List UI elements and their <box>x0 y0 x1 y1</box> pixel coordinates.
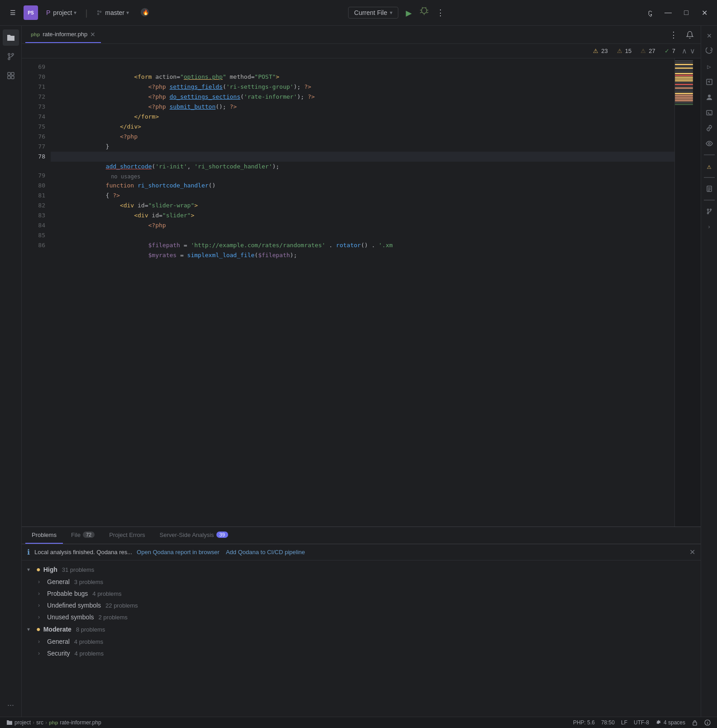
tree-row-unused[interactable]: › Unused symbols 2 problems <box>22 611 701 623</box>
lock-icon <box>692 719 698 726</box>
tab-bar: php rate-informer.php ✕ ⋮ <box>22 26 701 44</box>
run-button[interactable]: ▶ <box>406 7 411 19</box>
qodana-report-link[interactable]: Open Qodana report in browser <box>137 549 220 556</box>
problems-tree: ▾ ● High 31 problems › General 3 problem… <box>22 560 701 717</box>
sidebar-item-vcs[interactable] <box>3 48 19 65</box>
svg-rect-8 <box>8 76 10 79</box>
warning-icon-1: ⚠ <box>593 48 598 54</box>
tree-row-moderate[interactable]: ▾ ● Moderate 8 problems <box>22 623 701 636</box>
tab-actions: ⋮ <box>666 28 697 42</box>
panel-content: ℹ Local analysis finished. Qodana res...… <box>22 544 701 717</box>
sidebar-item-files[interactable] <box>3 29 19 46</box>
rs-doc-icon[interactable] <box>703 182 716 195</box>
tab-server-analysis[interactable]: Server-Side Analysis 39 <box>153 527 234 544</box>
status-indent[interactable]: 4 spaces <box>653 719 688 726</box>
warning-icon-2: ⚠ <box>617 48 622 54</box>
menu-icon: ☰ <box>10 9 16 16</box>
svg-point-3 <box>12 53 14 55</box>
analysis-count-badge: 39 <box>216 532 228 538</box>
warning-count-1: 23 <box>601 48 607 54</box>
branch-icon <box>96 9 103 16</box>
tree-row-general-2[interactable]: › General 4 problems <box>22 636 701 647</box>
close-button[interactable]: ✕ <box>697 5 712 20</box>
branch-selector[interactable]: master ▾ <box>92 7 133 18</box>
rs-terminal2-icon[interactable] <box>703 106 716 119</box>
status-php-version[interactable]: PHP: 5.6 <box>570 719 598 726</box>
sidebar-item-structure[interactable] <box>3 67 19 84</box>
settings-icon <box>655 719 662 726</box>
code-line-75: <?php <box>51 122 674 132</box>
status-line-ending[interactable]: LF <box>618 719 630 726</box>
panel-tabs: Problems File 72 Project Errors Server-S… <box>22 527 701 544</box>
notifications-btn[interactable] <box>683 28 697 42</box>
check-count: 7 <box>672 48 675 54</box>
maximize-button[interactable]: □ <box>679 5 693 20</box>
chevron-general-2: › <box>38 638 44 645</box>
rs-divider2 <box>704 177 715 178</box>
rs-person-icon[interactable] <box>703 91 716 104</box>
tab-file[interactable]: File 72 <box>65 527 101 544</box>
svg-point-11 <box>708 95 711 97</box>
tab-more-btn[interactable]: ⋮ <box>666 28 681 42</box>
status-bar: project › src › php rate-informer.php PH… <box>0 717 717 728</box>
vcs-icon <box>6 52 15 61</box>
svg-rect-18 <box>693 722 697 725</box>
minimap-marks <box>675 58 701 105</box>
minimize-button[interactable]: — <box>661 5 675 20</box>
code-line-76: } <box>51 132 674 142</box>
high-chevron: ▾ <box>27 566 33 573</box>
rs-branch-icon[interactable] <box>703 205 716 218</box>
rs-link-icon[interactable] <box>703 122 716 134</box>
title-separator: | <box>84 8 89 18</box>
qodana-cicd-link[interactable]: Add Qodana to CI/CD pipeline <box>226 549 305 556</box>
tree-row-security[interactable]: › Security 4 problems <box>22 647 701 659</box>
project-selector[interactable]: P project ▾ <box>43 7 80 18</box>
prev-error-btn[interactable]: ∧ <box>682 47 687 55</box>
run-config-selector[interactable]: Current File ▾ <box>348 7 398 19</box>
menu-button[interactable]: ☰ <box>5 5 20 20</box>
status-lock[interactable] <box>689 719 701 726</box>
rs-close-icon[interactable]: ✕ <box>703 29 716 42</box>
rs-refresh-icon[interactable] <box>703 45 716 57</box>
status-info[interactable] <box>702 719 713 726</box>
tab-project-errors[interactable]: Project Errors <box>103 527 151 544</box>
code-line-85: $filepath = 'http://example.com/rates/ra… <box>51 230 674 240</box>
more-button[interactable]: ⋮ <box>436 8 445 18</box>
rs-eye-icon[interactable] <box>703 137 716 150</box>
rs-run-icon[interactable]: ▷ <box>703 60 716 73</box>
editor-column: php rate-informer.php ✕ ⋮ ⚠ 23 <box>22 26 701 717</box>
next-error-btn[interactable]: ∨ <box>690 47 695 55</box>
code-content[interactable]: <form action="options.php" method="POST"… <box>51 58 674 527</box>
tab-problems[interactable]: Problems <box>25 527 63 544</box>
tree-row-general-1[interactable]: › General 3 problems <box>22 576 701 588</box>
rs-terminal-icon[interactable] <box>703 76 716 88</box>
error-bar: ⚠ 23 ⚠ 15 ⚠ 27 ✓ 7 ∧ ∨ <box>22 44 701 58</box>
moderate-severity-icon: ● <box>36 625 41 633</box>
moderate-chevron: ▾ <box>27 626 33 632</box>
chevron-probable: › <box>38 590 44 597</box>
folder-icon <box>6 33 15 42</box>
tab-close-btn[interactable]: ✕ <box>90 31 96 38</box>
sidebar-more[interactable]: ··· <box>3 697 19 713</box>
rs-chevron-icon[interactable]: › <box>703 220 716 233</box>
tree-row-high[interactable]: ▾ ● High 31 problems <box>22 563 701 576</box>
file-tab[interactable]: php rate-informer.php ✕ <box>25 27 101 43</box>
chevron-security: › <box>38 650 44 656</box>
rs-divider <box>704 154 715 155</box>
status-position[interactable]: 78:50 <box>598 719 617 726</box>
info-close-btn[interactable]: ✕ <box>689 548 695 556</box>
debug-button[interactable] <box>419 7 429 19</box>
status-project-path[interactable]: project › src › php rate-informer.php <box>4 719 104 726</box>
fire-icon[interactable]: 🔥 <box>140 7 150 19</box>
tree-row-probable-bugs[interactable]: › Probable bugs 4 problems <box>22 588 701 599</box>
file-count-badge: 72 <box>83 532 95 538</box>
git-icon[interactable]: Ꞔ <box>643 5 657 20</box>
svg-text:🔥: 🔥 <box>143 9 149 15</box>
minimap <box>674 58 701 527</box>
tree-row-undefined[interactable]: › Undefined symbols 22 problems <box>22 599 701 611</box>
right-sidebar: ✕ ▷ <box>701 26 717 717</box>
svg-rect-6 <box>8 72 10 75</box>
status-encoding[interactable]: UTF-8 <box>631 719 652 726</box>
folder-icon <box>6 719 13 726</box>
rs-warning-icon[interactable]: ⚠ <box>703 160 716 172</box>
